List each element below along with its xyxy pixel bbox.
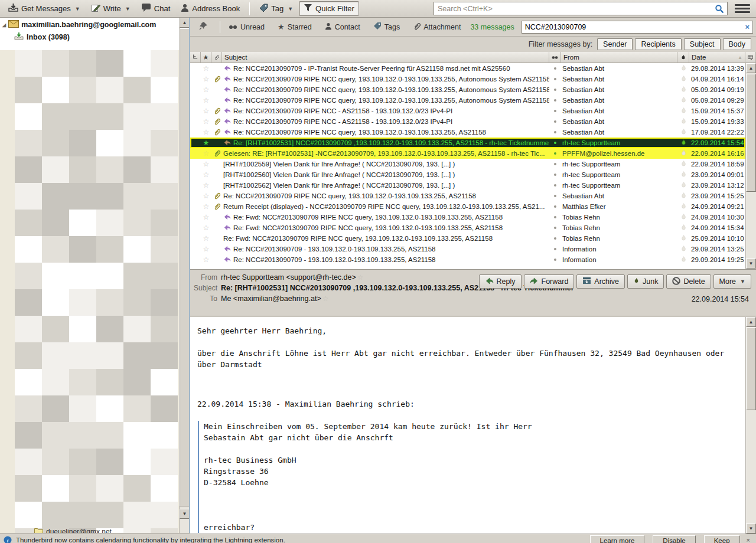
folder-scroll-up-icon[interactable]: ▲ — [180, 18, 190, 28]
junk-flame-icon[interactable] — [680, 234, 687, 243]
junk-flame-icon[interactable] — [680, 86, 687, 94]
filter-unread-button[interactable]: Unread — [225, 21, 268, 33]
filter-contact-button[interactable]: Contact — [321, 21, 364, 34]
star-icon[interactable]: ☆ — [203, 234, 210, 243]
subject-column-header[interactable]: Subject — [222, 52, 549, 63]
message-from[interactable]: rh-tec Supportteam <support@rh-tec.de> — [221, 273, 356, 282]
thread-column-header[interactable] — [190, 52, 201, 63]
message-row[interactable]: ☆Re: NCC#2013090709 - IP-Tranist Route-S… — [190, 63, 745, 74]
read-indicator-icon[interactable] — [554, 195, 556, 197]
reply-button[interactable]: Reply — [479, 274, 522, 289]
star-column-header[interactable]: ★ — [201, 52, 211, 63]
star-icon[interactable]: ☆ — [203, 117, 210, 126]
message-row[interactable]: ☆Re: NCC#2013090709 RIPE NCC query, 193.… — [190, 74, 745, 84]
read-indicator-icon[interactable] — [554, 120, 556, 123]
message-row[interactable]: ☆Re: Fwd: NCC#2013090709 RIPE NCC query,… — [190, 212, 745, 223]
star-icon[interactable]: ☆ — [203, 202, 210, 211]
junk-flame-icon[interactable] — [680, 160, 687, 169]
account-row[interactable]: ◢ maximilian.baehring@googlemail.com — [0, 18, 179, 31]
read-indicator-icon[interactable] — [554, 67, 556, 70]
read-indicator-icon[interactable] — [554, 89, 556, 91]
junk-flame-icon[interactable] — [680, 224, 687, 233]
message-row[interactable]: ☆Re: NCC#2013090709 - 193.109.132.0-193.… — [190, 244, 745, 254]
read-indicator-icon[interactable] — [554, 78, 556, 80]
junk-flame-icon[interactable] — [680, 171, 687, 179]
junk-flame-icon[interactable] — [680, 256, 687, 264]
star-icon[interactable]: ☆ — [203, 128, 210, 136]
write-button[interactable]: Write ▼ — [86, 1, 135, 17]
unread-column-header[interactable] — [549, 52, 561, 63]
global-search-box[interactable] — [434, 2, 728, 15]
read-indicator-icon[interactable] — [554, 163, 556, 165]
junk-flame-icon[interactable] — [680, 96, 687, 105]
star-icon[interactable]: ☆ — [203, 107, 210, 115]
clear-search-icon[interactable]: × — [745, 22, 750, 31]
message-row[interactable]: ☆Gelesen: RE: [RHT#1002531] -NCC#2013090… — [190, 148, 745, 159]
star-icon[interactable]: ☆ — [203, 181, 210, 189]
filter-starred-button[interactable]: ★ Starred — [274, 21, 315, 33]
message-row[interactable]: ☆Re: NCC#2013090709 RIPE NCC query, 193.… — [190, 95, 745, 106]
junk-flame-icon[interactable] — [680, 107, 687, 116]
read-indicator-icon[interactable] — [554, 227, 556, 229]
message-row[interactable]: ☆Re: NCC#2013090709 RIPE NCC query, 193.… — [190, 84, 745, 95]
attachment-column-header[interactable] — [211, 52, 222, 63]
quick-filter-search-box[interactable]: × — [522, 21, 753, 34]
folder-pane-scrollbar[interactable]: ▲ ▼ — [179, 18, 190, 533]
read-indicator-icon[interactable] — [554, 99, 556, 102]
tag-button[interactable]: Tag ▼ — [255, 1, 298, 17]
star-icon[interactable]: ☆ — [203, 256, 210, 264]
column-picker-icon[interactable] — [745, 52, 756, 63]
junk-flame-icon[interactable] — [680, 117, 687, 126]
read-indicator-icon[interactable] — [554, 110, 556, 112]
app-menu-icon[interactable] — [735, 3, 750, 15]
star-icon[interactable]: ☆ — [203, 192, 210, 200]
message-row[interactable]: ☆Re: NCC#2013090709 RIPE NCC - AS21158 -… — [190, 106, 745, 116]
star-icon[interactable]: ☆ — [203, 86, 210, 94]
more-button[interactable]: More▼ — [713, 274, 751, 289]
archive-button[interactable]: Archive — [576, 274, 625, 289]
star-icon[interactable]: ☆ — [203, 75, 210, 83]
notification-close-icon[interactable]: × — [744, 535, 752, 543]
message-row[interactable]: ☆Re: Fwd: NCC#2013090709 RIPE NCC query,… — [190, 223, 745, 233]
junk-flame-icon[interactable] — [680, 245, 687, 254]
star-icon[interactable]: ☆ — [203, 64, 210, 73]
folder-scroll-down-icon[interactable]: ▼ — [180, 509, 190, 519]
keep-button[interactable]: Keep — [704, 535, 740, 543]
message-row[interactable]: ☆Re: NCC#2013090709 RIPE NCC - AS21158 -… — [190, 116, 745, 127]
read-indicator-icon[interactable] — [554, 237, 556, 240]
message-body-scrollbar[interactable]: ▲ ▼ — [745, 317, 756, 534]
star-icon[interactable]: ☆ — [203, 224, 210, 232]
pin-filter-button[interactable] — [195, 19, 211, 34]
read-indicator-icon[interactable] — [554, 131, 556, 133]
filter-by-body-button[interactable]: Body — [723, 38, 752, 50]
message-to[interactable]: Me <maximilian@baehring.at> — [221, 295, 321, 303]
read-indicator-icon[interactable] — [554, 174, 556, 176]
quick-filter-search-input[interactable] — [522, 21, 752, 33]
learn-more-button[interactable]: Learn more — [590, 535, 645, 543]
message-row[interactable]: ☆Re: NCC#2013090709 RIPE NCC query, 193.… — [190, 191, 745, 201]
junk-flame-icon[interactable] — [680, 139, 687, 148]
search-icon[interactable] — [715, 4, 724, 15]
filter-attachment-button[interactable]: Attachment — [409, 20, 464, 34]
thread-list-scrollbar[interactable]: ▲ ▼ — [745, 63, 756, 269]
star-icon[interactable]: ☆ — [203, 160, 210, 168]
body-scroll-thumb[interactable] — [746, 328, 756, 410]
delete-button[interactable]: Delete — [666, 274, 711, 289]
global-search-input[interactable] — [434, 2, 727, 15]
message-row[interactable]: ☆[RHT#1002560] Vielen Dank für Ihre Anfr… — [190, 169, 745, 180]
message-row[interactable]: ☆Return Receipt (displayed) - NCC#201309… — [190, 201, 745, 212]
junk-flame-icon[interactable] — [680, 213, 687, 222]
message-row[interactable]: ☆[RHT#1002562] Vielen Dank für Ihre Anfr… — [190, 180, 745, 191]
chat-button[interactable]: Chat — [136, 1, 175, 17]
read-indicator-icon[interactable] — [554, 142, 556, 144]
message-row[interactable]: ☆Re: NCC#2013090709 - 193.109.132.0-193.… — [190, 254, 745, 265]
filter-by-recipients-button[interactable]: Recipients — [635, 38, 681, 50]
account-twisty-icon[interactable]: ◢ — [2, 22, 6, 28]
read-indicator-icon[interactable] — [554, 259, 556, 261]
junk-flame-icon[interactable] — [680, 128, 687, 137]
body-scroll-up-icon[interactable]: ▲ — [746, 317, 756, 327]
folder-scroll-thumb[interactable] — [180, 28, 190, 506]
junk-button[interactable]: Junk — [627, 274, 664, 289]
address-book-button[interactable]: Address Book — [176, 1, 245, 17]
read-indicator-icon[interactable] — [554, 248, 556, 250]
